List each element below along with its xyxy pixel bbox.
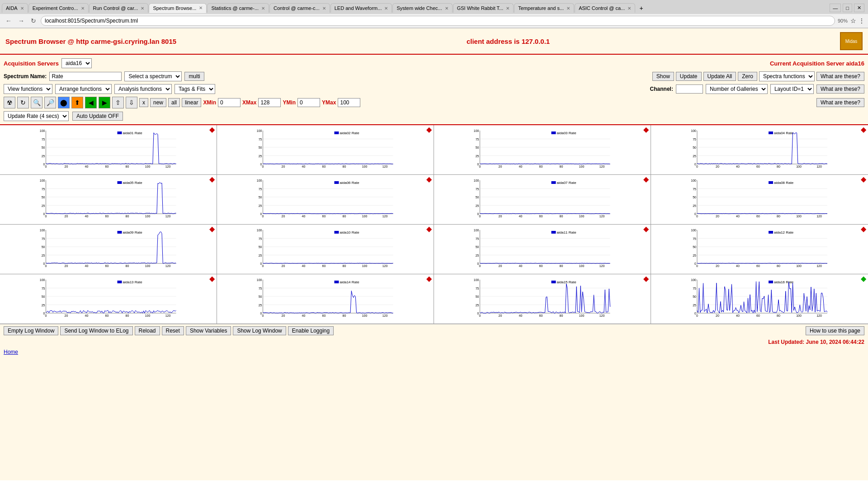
tab-close-4[interactable]: ✕ [261,6,265,11]
update-button[interactable]: Update [676,72,702,81]
zoom-in-icon-btn[interactable]: 🔍 [31,97,42,108]
extensions-button[interactable]: ⋮ [859,18,864,24]
enable-logging-button[interactable]: Enable Logging [288,326,334,335]
what-these-1-button[interactable]: What are these? [816,72,864,81]
ymin-input[interactable] [297,98,320,107]
empty-log-button[interactable]: Empty Log Window [4,326,58,335]
view-functions-select[interactable]: View functions [4,84,52,94]
svg-text:100: 100 [40,229,45,232]
tab-led[interactable]: LED and Waveform...✕ [330,3,392,13]
acq-server-select[interactable]: aida16 [61,58,92,68]
left-arrow-btn[interactable]: ◀ [85,97,97,108]
up-arrow-btn[interactable]: ⇧ [112,97,124,108]
show-button[interactable]: Show [652,72,674,81]
ymax-input[interactable] [338,98,360,107]
home-link[interactable]: Home [4,349,18,355]
what-these-3-button[interactable]: What are these? [816,98,864,107]
tab-close-3[interactable]: ✕ [199,5,203,10]
bookmark-button[interactable]: ☆ [850,17,856,24]
svg-text:100: 100 [257,229,262,232]
show-log-button[interactable]: Show Log Window [233,326,286,335]
spectrum-name-input[interactable] [49,72,122,81]
tab-close-7[interactable]: ✕ [445,6,448,11]
tags-fits-select[interactable]: Tags & Fits [175,84,215,94]
num-galleries-select[interactable]: Number of Galleries [706,84,768,94]
tab-close-10[interactable]: ✕ [627,6,631,11]
tab-experiment[interactable]: Experiment Contro...✕ [28,3,89,13]
forward-button[interactable]: → [16,16,26,25]
svg-text:40: 40 [519,314,523,317]
refresh-icon-btn[interactable]: ↻ [17,97,29,108]
client-address: client address is 127.0.0.1 [467,38,550,45]
svg-text:50: 50 [693,196,696,199]
tab-close-5[interactable]: ✕ [322,6,326,11]
svg-text:100: 100 [257,179,262,182]
arrange-functions-select[interactable]: Arrange functions [55,84,112,94]
analysis-functions-select[interactable]: Analysis functions [114,84,172,94]
chart-cell-aida06: ◆1007550250020406080100120aida06 Rate [217,175,434,225]
reload-button[interactable]: Reload [135,326,160,335]
close-button[interactable]: ✕ [854,4,864,12]
xmax-input[interactable] [258,98,281,107]
xmin-input[interactable] [218,98,241,107]
tab-close-8[interactable]: ✕ [506,6,509,11]
zoom-out-icon-btn[interactable]: 🔎 [44,97,56,108]
tab-aida[interactable]: AIDA✕ [2,3,28,13]
radiation-icon-btn[interactable]: ☢ [4,97,15,108]
update-rate-select[interactable]: Update Rate (4 secs) [4,111,69,121]
tab-close-6[interactable]: ✕ [384,6,388,11]
tab-run-control[interactable]: Run Control @ car...✕ [89,3,149,13]
svg-rect-93 [118,181,122,184]
what-these-2-button[interactable]: What are these? [816,84,864,94]
x-button[interactable]: x [139,98,148,107]
select-spectrum-select[interactable]: Select a spectrum [124,71,182,81]
minimize-button[interactable]: — [830,4,841,12]
new-tab-button[interactable]: + [636,3,646,14]
reset-button[interactable]: Reset [162,326,184,335]
channel-input[interactable] [676,84,703,94]
back-button[interactable]: ← [4,16,14,25]
linear-button[interactable]: linear [182,98,201,107]
spectra-functions-select[interactable]: Spectra functions [759,71,815,81]
update-all-button[interactable]: Update All [703,72,736,81]
svg-text:50: 50 [476,146,479,149]
svg-text:20: 20 [499,314,502,317]
chart-svg-aida16: 1007550250020406080100120aida16 Rate [653,276,866,319]
tab-close-2[interactable]: ✕ [141,6,144,11]
tab-close-9[interactable]: ✕ [566,6,570,11]
footer: Home [0,347,868,357]
send-log-button[interactable]: Send Log Window to ELog [60,326,132,335]
tab-temperature[interactable]: Temperature and s...✕ [514,3,574,13]
show-variables-button[interactable]: Show Variables [186,326,231,335]
spectrum-name-row: Spectrum Name: Select a spectrum multi S… [4,70,864,83]
tab-control[interactable]: Control @ carme-c...✕ [269,3,330,13]
svg-text:25: 25 [476,304,479,307]
blue-circle-btn[interactable]: ⬤ [58,97,70,108]
right-arrow-btn[interactable]: ▶ [99,97,110,108]
how-to-use-button[interactable]: How to use this page [806,326,864,335]
address-input[interactable] [41,16,835,26]
layout-select[interactable]: Layout ID=1 [770,84,814,94]
auto-update-button[interactable]: Auto Update OFF [72,112,123,121]
zero-button[interactable]: Zero [738,72,757,81]
svg-text:40: 40 [302,165,306,168]
charts-grid: ◆1007550250020406080100120aida01 Rate◆10… [0,124,868,324]
maximize-button[interactable]: □ [843,4,852,12]
svg-text:0: 0 [262,264,264,267]
down-arrow-btn[interactable]: ⇩ [126,97,137,108]
all-button[interactable]: all [168,98,180,107]
tab-system[interactable]: System wide Chec...✕ [392,3,452,13]
orange-arrow-btn[interactable]: ⬆ [71,97,83,108]
tab-white-rabbit[interactable]: GSI White Rabbit T...✕ [453,3,514,13]
new-button[interactable]: new [150,98,166,107]
channel-label: Channel: [650,86,673,92]
reload-nav-button[interactable]: ↻ [29,16,38,25]
tab-spectrum-browser[interactable]: Spectrum Browse...✕ [149,3,207,13]
svg-text:40: 40 [85,314,89,317]
tab-asic[interactable]: ASIC Control @ ca...✕ [575,3,635,13]
multi-button[interactable]: multi [184,72,204,81]
svg-text:50: 50 [476,196,479,199]
tab-statistics[interactable]: Statistics @ carme-...✕ [207,3,269,13]
tab-close-1[interactable]: ✕ [81,6,85,11]
tab-close-0[interactable]: ✕ [20,6,24,11]
